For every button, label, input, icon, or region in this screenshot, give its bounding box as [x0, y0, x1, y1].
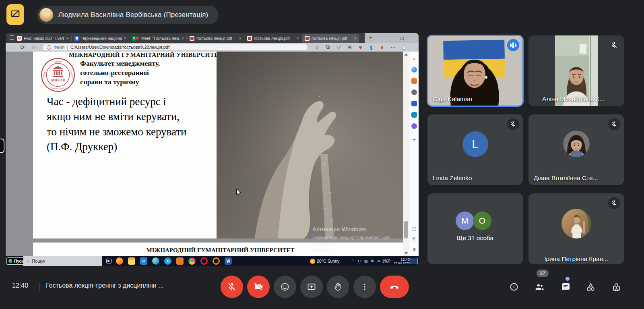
browser-essentials-icon[interactable]: ♥ — [355, 44, 366, 50]
browser-tab-university[interactable]: Чернівецький національн... × — [72, 34, 129, 43]
sidebar-designer-icon[interactable] — [411, 123, 417, 129]
screen-edge-widget[interactable] — [0, 139, 4, 153]
lock-person-icon — [611, 282, 621, 292]
split-screen-icon[interactable]: ⧉ — [322, 44, 333, 50]
favorite-star-icon[interactable]: ☆ — [312, 44, 322, 50]
settings-menu-icon[interactable]: ⋯ — [388, 44, 398, 50]
favorites-bar-icon[interactable]: ⛉ — [333, 44, 344, 50]
chrome-icon[interactable] — [188, 257, 196, 265]
hidden-icons-chevron[interactable]: ⌃ — [350, 259, 356, 263]
firefox-icon[interactable] — [116, 257, 123, 265]
participants-count-badge: 37 — [537, 270, 549, 277]
opera-gx-icon[interactable] — [213, 257, 220, 265]
taskbar-search-box[interactable]: ⌕ Пошук — [23, 256, 102, 266]
stop-presenting-chip[interactable] — [6, 4, 24, 25]
word-icon[interactable]: W — [225, 257, 232, 265]
scrollbar-thumb[interactable] — [404, 221, 408, 238]
scroll-up-icon[interactable] — [405, 53, 408, 56]
bing-chat-icon[interactable]: b — [398, 44, 409, 50]
participant-tile-diana[interactable]: Діана Віталіївна Сте... — [528, 114, 624, 185]
tab-close-icon[interactable]: × — [66, 36, 69, 41]
sidebar-add-icon[interactable]: + — [411, 137, 417, 143]
sidebar-office-icon[interactable] — [411, 101, 417, 106]
reload-icon[interactable]: ⟳ — [17, 44, 28, 50]
sidebar-export-icon[interactable]: ⇱ — [411, 236, 417, 242]
collections-icon[interactable]: ⊞ — [344, 44, 355, 50]
show-participants-button[interactable] — [535, 282, 545, 292]
presenter-pill[interactable]: Людмила Василівна Вербівська (Презентаці… — [37, 6, 219, 24]
more-options-button[interactable] — [353, 276, 376, 298]
overflow-count-label: Ще 31 особа — [427, 234, 523, 242]
host-controls-button[interactable] — [611, 282, 621, 292]
taskbar-weather[interactable]: 20°C Sunny — [310, 256, 339, 266]
hand-icon — [333, 282, 343, 292]
meeting-title: Гостьова лекція-тренінг з дисципліни ... — [46, 282, 164, 289]
display-tray-icon[interactable]: ⧠ — [357, 259, 362, 263]
task-view-icon[interactable] — [106, 259, 111, 263]
meeting-clock: 12:40 — [12, 282, 28, 289]
new-tab-button[interactable]: + — [365, 33, 377, 43]
window-maximize-button[interactable]: ▢ — [396, 33, 408, 43]
browser-tab-pdf-1[interactable]: гостьова лекція.pdf × — [187, 34, 244, 43]
chat-button[interactable] — [560, 282, 571, 292]
more-vert-icon — [360, 282, 369, 291]
meeting-details-button[interactable] — [509, 282, 519, 292]
pdf-scrollbar[interactable] — [403, 52, 409, 256]
home-icon[interactable]: ⌂ — [28, 44, 39, 50]
camera-toggle-button[interactable] — [247, 276, 270, 298]
sidebar-search-icon[interactable]: ⌕ — [411, 56, 417, 61]
browser-tab-gmail[interactable]: M Fwd: наказ 350 - l.verbivska × — [14, 34, 71, 43]
store-icon[interactable] — [176, 257, 184, 265]
ie-mode-icon[interactable]: e — [366, 44, 377, 50]
language-indicator[interactable]: УКР — [382, 256, 390, 266]
participant-tile-olga[interactable]: Olga Kalaman — [427, 35, 523, 106]
telegram-icon[interactable]: ➤ — [164, 257, 171, 265]
participant-tile-overflow[interactable]: M O Ще 31 особа — [427, 193, 523, 264]
pdf-viewer[interactable]: МІЖНАРОДНИЙ ГУМАНІТАРНИЙ УНІВЕРСИТЕТ МНК… — [6, 52, 409, 256]
shared-screen-tile[interactable]: M Fwd: наказ 350 - l.verbivska × Черніве… — [6, 33, 419, 266]
sidebar-outlook-icon[interactable] — [411, 112, 417, 118]
scroll-down-icon[interactable] — [405, 252, 408, 255]
browser-tab-pdf-active[interactable]: гостьова лекція.pdf × — [302, 34, 359, 43]
present-screen-button[interactable] — [300, 276, 323, 298]
browser-tab-meet[interactable]: Meet: "Гостьова лекц... × — [130, 34, 186, 43]
opera-icon[interactable] — [200, 257, 208, 265]
tab-close-icon[interactable]: × — [297, 36, 299, 41]
tab-close-icon[interactable]: × — [182, 36, 184, 41]
taskbar-clock[interactable]: 12:40 27.09.2023 — [394, 257, 410, 265]
search-icon: ⌕ — [27, 259, 29, 264]
wifi-tray-icon[interactable]: ᪤ — [369, 259, 375, 263]
battery-tray-icon[interactable]: ▤ — [363, 259, 369, 263]
raise-hand-button[interactable] — [327, 276, 349, 298]
back-icon[interactable]: ← — [6, 44, 17, 50]
browser-tab-pdf-2[interactable]: гостьова лекція.pdf × — [245, 34, 301, 43]
tab-close-icon[interactable]: × — [354, 36, 357, 41]
tab-close-icon[interactable]: × — [239, 36, 242, 41]
leave-call-button[interactable] — [380, 276, 409, 298]
sidebar-tools-icon[interactable] — [411, 89, 417, 95]
sidebar-window-icon[interactable]: ▢ — [411, 226, 417, 231]
activities-button[interactable] — [585, 282, 596, 292]
windows-taskbar: Пуск ⌕ Пошук ✉ ➤ W 20°C Sunny ⌃ ⧠ — [6, 256, 419, 266]
file-explorer-icon[interactable] — [128, 257, 135, 265]
tab-close-icon[interactable]: × — [124, 36, 126, 41]
notification-center-icon[interactable] — [411, 258, 418, 264]
reactions-button[interactable] — [274, 276, 296, 298]
sidebar-settings-gear-icon[interactable]: ⚙ — [411, 247, 417, 252]
sidebar-discover-icon[interactable] — [411, 67, 417, 73]
mic-toggle-button[interactable] — [221, 276, 243, 298]
sidebar-shopping-icon[interactable] — [411, 78, 417, 84]
edge-icon[interactable] — [152, 257, 159, 265]
page-info-icon[interactable]: i — [47, 45, 51, 50]
participant-tile-alina[interactable]: Аліна Михайлівна К... — [528, 35, 624, 106]
volume-tray-icon[interactable]: 🕪 — [376, 259, 382, 263]
address-bar[interactable]: i Файл | C:/Users/User/Downloads/гостьов… — [43, 44, 308, 50]
university-seal: МНКТВ Quality Creativity Competence Desi… — [40, 57, 76, 94]
pdf-favicon — [247, 36, 252, 41]
participant-tile-linda[interactable]: L Linda Zelenko — [427, 114, 523, 185]
window-minimize-button[interactable]: – — [380, 33, 392, 43]
browser-workspace-icon[interactable] — [10, 35, 14, 40]
mail-icon[interactable]: ✉ — [140, 257, 147, 265]
participant-tile-iryna[interactable]: Ірина Петрівна Крав... — [528, 193, 624, 264]
mic-muted-icon — [608, 197, 620, 209]
